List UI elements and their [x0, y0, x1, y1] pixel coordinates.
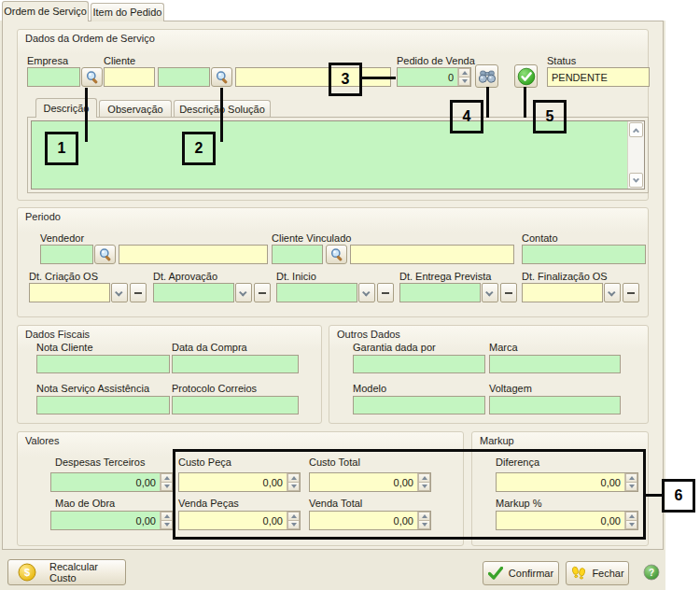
svg-text:?: ?	[649, 568, 654, 578]
dt-inicio-input[interactable]	[276, 283, 357, 302]
garantia-label: Garantia dada por	[353, 342, 436, 353]
minus-icon	[134, 292, 142, 294]
empresa-search-button[interactable]	[81, 67, 103, 87]
service-order-window: Ordem de Serviço Item do Pedido Dados da…	[0, 0, 700, 590]
dt-aprovacao-clear-button[interactable]	[254, 283, 271, 302]
dt-aprovacao-input[interactable]	[153, 283, 234, 302]
minus-icon	[259, 292, 266, 294]
vendedor-search-button[interactable]	[94, 245, 116, 264]
group-title: Valores	[25, 435, 59, 446]
minus-icon	[505, 292, 512, 294]
nota-cliente-input[interactable]	[36, 355, 170, 373]
dt-criacao-clear-button[interactable]	[130, 283, 147, 302]
dt-finalizacao-dropdown-button[interactable]	[604, 283, 621, 302]
spin-up-button[interactable]	[458, 68, 470, 77]
apply-pedido-button[interactable]	[514, 64, 538, 88]
empresa-label: Empresa	[27, 55, 68, 66]
modelo-label: Modelo	[353, 383, 386, 394]
binoculars-icon	[478, 69, 497, 84]
dt-criacao-input[interactable]	[29, 283, 110, 302]
group-title: Dados da Ordem de Serviço	[25, 33, 155, 44]
status-label: Status	[547, 55, 576, 66]
search-icon	[98, 247, 113, 262]
protocolo-label: Protocolo Correios	[172, 383, 257, 394]
annotation-line-4	[486, 87, 489, 118]
cliente-vinculado-search-button[interactable]	[326, 245, 347, 264]
voltagem-input[interactable]	[489, 396, 621, 414]
despesas-label: Despesas Terceiros	[55, 457, 145, 468]
empresa-input[interactable]	[27, 67, 80, 87]
dt-inicio-clear-button[interactable]	[377, 283, 394, 302]
pedido-de-venda-input[interactable]	[398, 68, 457, 86]
cliente-search-button[interactable]	[211, 67, 232, 87]
group-dados-fiscais: Dados Fiscais Nota Cliente Data da Compr…	[17, 325, 322, 424]
dt-entrega-label: Dt. Entrega Prevista	[399, 271, 491, 282]
modelo-input[interactable]	[353, 396, 485, 414]
protocolo-input[interactable]	[172, 396, 299, 414]
dt-finalizacao-clear-button[interactable]	[623, 283, 639, 302]
garantia-input[interactable]	[353, 355, 485, 373]
spin-down-button[interactable]	[458, 77, 470, 86]
tab-item-do-pedido[interactable]: Item do Pedido	[91, 3, 164, 21]
vendedor-name-input[interactable]	[119, 245, 268, 264]
scroll-down-button[interactable]	[629, 173, 643, 188]
tab-descricao[interactable]: Descrição	[35, 98, 97, 118]
search-icon	[215, 70, 230, 85]
pedido-de-venda-spinner[interactable]	[457, 68, 470, 86]
callout-3: 3	[329, 63, 362, 96]
confirmar-button[interactable]: Confirmar	[483, 561, 559, 585]
dt-aprovacao-label: Dt. Aprovação	[153, 271, 217, 282]
annotation-line-3	[362, 77, 396, 79]
despesas-spinner[interactable]	[160, 473, 173, 491]
group-title: Outros Dados	[337, 329, 400, 340]
dt-aprovacao-dropdown-button[interactable]	[235, 283, 252, 302]
nota-servico-input[interactable]	[36, 396, 170, 414]
dt-criacao-label: Dt. Criação OS	[29, 271, 98, 282]
status-value-field	[547, 67, 650, 87]
cliente-label: Cliente	[104, 55, 135, 66]
search-pedido-button[interactable]	[475, 64, 498, 88]
chevron-down-icon	[608, 288, 615, 296]
cliente-vinculado-code-input[interactable]	[272, 245, 323, 264]
vendedor-code-input[interactable]	[40, 245, 93, 264]
annotation-line-1	[85, 88, 88, 142]
vendedor-label: Vendedor	[40, 232, 84, 244]
mao-obra-input[interactable]	[51, 512, 160, 529]
tab-observacao[interactable]: Observação	[99, 100, 172, 118]
tab-ordem-de-servico[interactable]: Ordem de Serviço	[2, 1, 89, 21]
group-outros-dados: Outros Dados Garantia dada por Marca Mod…	[329, 325, 649, 424]
nota-cliente-label: Nota Cliente	[36, 342, 93, 353]
annotation-line-2	[220, 88, 223, 142]
dt-inicio-dropdown-button[interactable]	[358, 283, 375, 302]
dt-entrega-dropdown-button[interactable]	[482, 283, 498, 302]
chevron-down-icon	[239, 288, 246, 296]
dt-entrega-input[interactable]	[399, 283, 481, 302]
data-compra-input[interactable]	[172, 355, 299, 373]
despesas-spinedit	[50, 472, 174, 492]
cliente-id-input[interactable]	[158, 67, 210, 87]
dt-entrega-clear-button[interactable]	[500, 283, 517, 302]
descricao-scrollbar[interactable]	[627, 121, 644, 189]
recalcular-custo-button[interactable]: $ Recalcular Custo	[7, 559, 126, 585]
marca-input[interactable]	[489, 355, 621, 373]
recalcular-custo-label: Recalcular Custo	[49, 561, 125, 583]
check-icon	[488, 567, 503, 580]
fechar-button[interactable]: Fechar	[566, 561, 629, 585]
dt-inicio-label: Dt. Inicio	[276, 271, 316, 282]
annotation-line-5	[524, 87, 526, 118]
contato-input[interactable]	[522, 245, 646, 264]
mao-obra-spinner[interactable]	[160, 512, 173, 529]
fechar-label: Fechar	[592, 568, 623, 579]
pedido-de-venda-spinedit	[397, 67, 471, 87]
cliente-vinculado-name-input[interactable]	[350, 245, 514, 264]
dt-finalizacao-input[interactable]	[522, 283, 603, 302]
callout-5: 5	[533, 100, 567, 133]
help-button[interactable]: ?	[643, 564, 660, 581]
dt-criacao-dropdown-button[interactable]	[111, 283, 128, 302]
minus-icon	[382, 292, 389, 294]
cliente-code-input[interactable]	[104, 67, 155, 87]
group-periodo: Periodo Vendedor Cliente Vinculado Conta…	[17, 207, 649, 317]
despesas-input[interactable]	[51, 473, 160, 491]
chevron-down-icon	[115, 288, 122, 296]
scroll-up-button[interactable]	[629, 122, 643, 137]
